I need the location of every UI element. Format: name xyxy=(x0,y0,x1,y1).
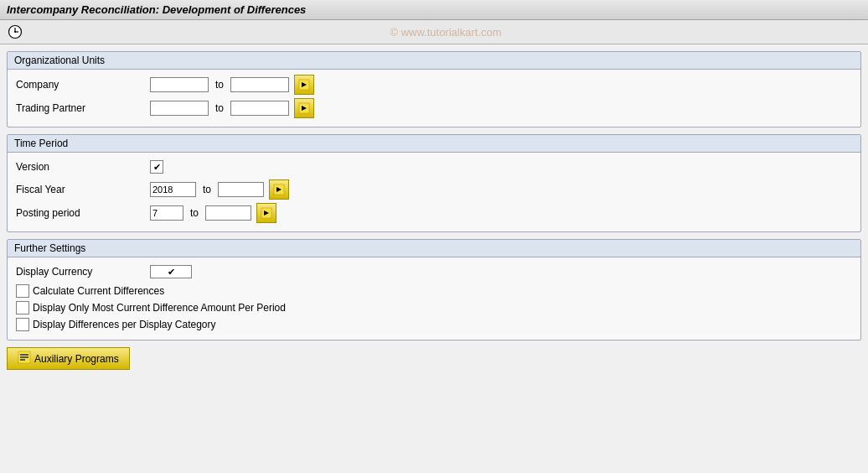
calculate-current-differences-row: Calculate Current Differences xyxy=(16,284,852,298)
time-period-body: Version ✔ Fiscal Year to Posting period xyxy=(8,153,860,231)
further-settings-section: Further Settings Display Currency ✔ Calc… xyxy=(7,239,861,340)
svg-rect-14 xyxy=(20,356,28,358)
display-currency-row: Display Currency ✔ xyxy=(16,262,852,281)
display-most-current-row: Display Only Most Current Difference Amo… xyxy=(16,301,852,314)
trading-partner-to-label: to xyxy=(215,102,224,114)
version-row: Version ✔ xyxy=(16,158,852,176)
toolbar: © www.tutorialkart.com xyxy=(0,20,868,44)
main-content: Organizational Units Company to Trading … xyxy=(0,44,868,377)
fiscal-year-row: Fiscal Year to xyxy=(16,179,852,200)
svg-point-3 xyxy=(14,31,16,33)
company-arrow-button[interactable] xyxy=(294,75,314,95)
organizational-units-section: Organizational Units Company to Trading … xyxy=(7,51,861,127)
time-period-section: Time Period Version ✔ Fiscal Year to xyxy=(7,134,861,232)
fiscal-year-label: Fiscal Year xyxy=(16,184,150,195)
fiscal-year-arrow-button[interactable] xyxy=(269,179,289,200)
further-settings-header: Further Settings xyxy=(8,240,860,257)
display-currency-label: Display Currency xyxy=(16,266,150,278)
version-label: Version xyxy=(16,161,150,173)
svg-rect-13 xyxy=(20,354,28,356)
company-from-input[interactable] xyxy=(150,77,209,92)
calculate-differences-checkbox[interactable] xyxy=(16,284,29,298)
display-differences-category-label: Display Differences per Display Category xyxy=(33,319,216,330)
display-most-current-label: Display Only Most Current Difference Amo… xyxy=(33,302,286,314)
company-to-label: to xyxy=(215,79,224,91)
time-period-header: Time Period xyxy=(8,135,860,153)
trading-partner-label: Trading Partner xyxy=(16,102,150,114)
fiscal-year-to-input[interactable] xyxy=(218,182,264,197)
trading-partner-row: Trading Partner to xyxy=(16,98,852,118)
display-currency-checkbox[interactable]: ✔ xyxy=(150,265,192,278)
watermark: © www.tutorialkart.com xyxy=(30,26,861,39)
display-differences-category-row: Display Differences per Display Category xyxy=(16,318,852,331)
title-bar: Intercompany Reconciliation: Development… xyxy=(0,0,868,20)
fiscal-year-to-label: to xyxy=(203,184,211,195)
posting-period-label: Posting period xyxy=(16,207,150,219)
clock-icon[interactable] xyxy=(7,23,23,40)
posting-period-row: Posting period to xyxy=(16,203,852,223)
posting-period-to-input[interactable] xyxy=(205,205,251,221)
auxiliary-programs-label: Auxiliary Programs xyxy=(34,353,119,365)
trading-partner-arrow-button[interactable] xyxy=(294,98,314,118)
trading-partner-from-input[interactable] xyxy=(150,101,209,116)
company-row: Company to xyxy=(16,75,852,95)
further-settings-body: Display Currency ✔ Calculate Current Dif… xyxy=(8,257,860,340)
org-units-header: Organizational Units xyxy=(8,52,860,70)
org-units-body: Company to Trading Partner to xyxy=(8,70,860,127)
trading-partner-to-input[interactable] xyxy=(230,101,289,116)
company-label: Company xyxy=(16,79,150,91)
auxiliary-programs-button[interactable]: Auxiliary Programs xyxy=(7,347,130,370)
fiscal-year-from-input[interactable] xyxy=(150,182,196,197)
auxiliary-programs-icon xyxy=(18,351,31,366)
page-title: Intercompany Reconciliation: Development… xyxy=(7,3,306,16)
version-checkbox[interactable]: ✔ xyxy=(150,160,163,174)
posting-period-from-input[interactable] xyxy=(150,205,183,221)
calculate-differences-label: Calculate Current Differences xyxy=(33,285,164,297)
posting-period-arrow-button[interactable] xyxy=(256,203,276,223)
display-most-current-checkbox[interactable] xyxy=(16,301,29,314)
display-differences-category-checkbox[interactable] xyxy=(16,318,29,331)
svg-rect-15 xyxy=(20,359,25,361)
company-to-input[interactable] xyxy=(230,77,289,92)
posting-period-to-label: to xyxy=(190,207,199,219)
